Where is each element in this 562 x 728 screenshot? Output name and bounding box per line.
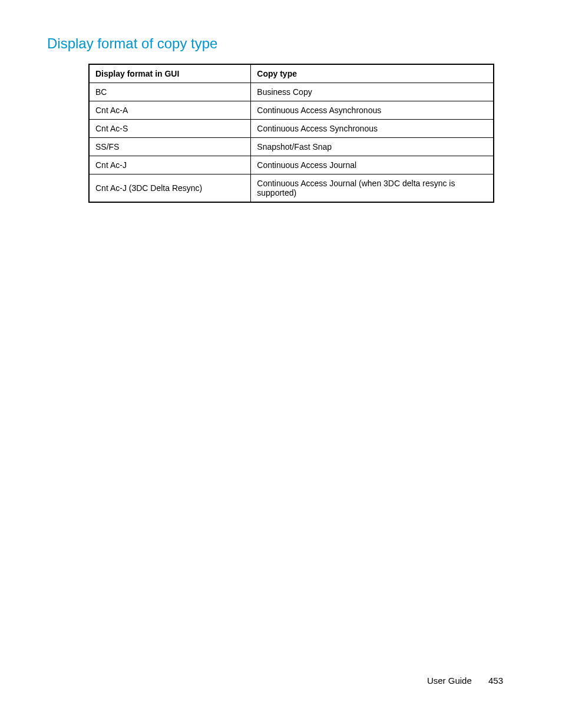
table-row: BC Business Copy: [89, 83, 494, 101]
cell-display-format: SS/FS: [89, 138, 251, 156]
cell-display-format: BC: [89, 83, 251, 101]
table-row: Cnt Ac-A Continuous Access Asynchronous: [89, 101, 494, 120]
cell-display-format: Cnt Ac-J (3DC Delta Resync): [89, 174, 251, 203]
cell-copy-type: Continuous Access Asynchronous: [251, 101, 494, 120]
cell-copy-type: Business Copy: [251, 83, 494, 101]
cell-display-format: Cnt Ac-J: [89, 156, 251, 174]
header-copy-type: Copy type: [251, 64, 494, 83]
cell-copy-type: Snapshot/Fast Snap: [251, 138, 494, 156]
cell-copy-type: Continuous Access Synchronous: [251, 120, 494, 138]
copy-type-table: Display format in GUI Copy type BC Busin…: [88, 64, 494, 203]
copy-type-table-container: Display format in GUI Copy type BC Busin…: [88, 64, 494, 203]
table-row: Cnt Ac-J Continuous Access Journal: [89, 156, 494, 174]
section-heading: Display format of copy type: [47, 35, 515, 52]
table-row: Cnt Ac-S Continuous Access Synchronous: [89, 120, 494, 138]
cell-display-format: Cnt Ac-A: [89, 101, 251, 120]
footer-page-number: 453: [488, 676, 503, 686]
table-row: Cnt Ac-J (3DC Delta Resync) Continuous A…: [89, 174, 494, 203]
page-footer: User Guide 453: [427, 676, 503, 686]
cell-copy-type: Continuous Access Journal (when 3DC delt…: [251, 174, 494, 203]
table-row: SS/FS Snapshot/Fast Snap: [89, 138, 494, 156]
cell-display-format: Cnt Ac-S: [89, 120, 251, 138]
cell-copy-type: Continuous Access Journal: [251, 156, 494, 174]
header-display-format: Display format in GUI: [89, 64, 251, 83]
footer-doc-title: User Guide: [427, 676, 472, 686]
table-header-row: Display format in GUI Copy type: [89, 64, 494, 83]
